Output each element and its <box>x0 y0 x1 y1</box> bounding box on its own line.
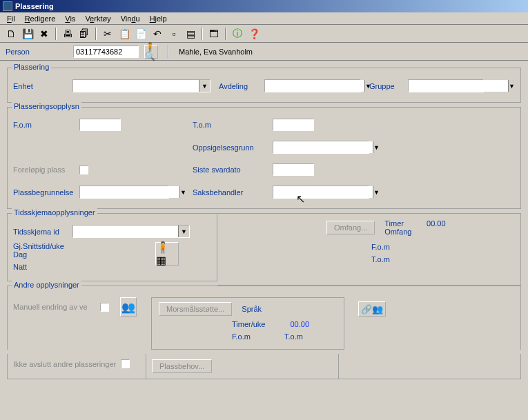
opplysn-group: Plasseringsopplysn F.o.m T.o.m Oppsigels… <box>7 107 521 209</box>
oppsigelsesgrunn-label: Oppsigelsesgrunn <box>193 143 268 152</box>
chevron-down-icon[interactable]: ▼ <box>373 186 380 198</box>
menu-vindu[interactable]: Vindu <box>117 14 144 23</box>
undo-icon[interactable]: ↶ <box>150 27 164 41</box>
separator <box>168 45 169 59</box>
andre-legend: Andre opplysninger <box>12 281 81 289</box>
avdeling-label: Avdeling <box>219 82 260 90</box>
copy-icon[interactable]: 📋 <box>117 27 131 41</box>
morsmalsstotte-button[interactable]: Morsmålsstøtte... <box>159 302 232 316</box>
siste-svardato-label: Siste svardato <box>193 166 268 174</box>
timer-uke-value: 00.00 <box>291 320 310 328</box>
menu-vis[interactable]: Vis <box>61 14 79 23</box>
separator <box>202 28 203 40</box>
ikke-avslutt-checkbox[interactable] <box>121 359 130 368</box>
tidsskjema-id-label: Tidsskjema id <box>13 228 68 236</box>
chevron-down-icon[interactable]: ▼ <box>199 80 210 92</box>
window-title: Plassering <box>15 2 54 10</box>
tom-label: T.o.m <box>193 121 268 129</box>
gjsnitt-label: Gj.Snittstid/uke <box>13 242 151 250</box>
morsmal-panel: Morsmålsstøtte... Språk Timer/uke 00.00 … <box>151 297 344 350</box>
person-bar: Person 🧍🔍 Mahle, Eva Svanholm <box>0 43 528 61</box>
plassering-legend: Plassering <box>12 63 51 71</box>
save-icon[interactable]: 💾 <box>21 27 35 41</box>
plassbehov-panel: Plassbehov... <box>146 354 339 379</box>
forelopig-checkbox[interactable] <box>79 166 88 174</box>
plassbegrunnelse-label: Plassbegrunnelse <box>13 188 75 197</box>
toolbar: 🗋 💾 ✖ 🖶 🗐 ✂ 📋 📄 ↶ ▫ ▤ 🗔 ⓘ ❓ <box>0 25 528 43</box>
andre-fom-label: F.o.m <box>232 332 280 341</box>
ts-fom-label: F.o.m <box>371 243 515 251</box>
timer-value: 00.00 <box>427 219 446 228</box>
menu-hjelp[interactable]: Hjelp <box>146 14 171 23</box>
sprak-label: Språk <box>242 305 262 313</box>
opplysn-legend: Plasseringsopplysn <box>12 102 81 110</box>
people-icon[interactable]: 👥 <box>120 297 137 317</box>
separator <box>55 28 57 40</box>
new-icon[interactable]: 🗋 <box>4 27 18 41</box>
avdeling-combo[interactable]: ▼ <box>264 79 361 92</box>
chevron-down-icon[interactable]: ▼ <box>179 186 186 198</box>
chevron-down-icon[interactable]: ▼ <box>373 141 380 153</box>
ikke-avslutt-label: Ikke avslutt andre plasseringer <box>13 360 117 368</box>
person-label: Person <box>6 48 68 56</box>
omfang-button[interactable]: Omfang... <box>326 221 375 234</box>
tidsskjema-right-panel: Omfang... Timer 00.00 Omfang F.o.m T.o.m <box>217 213 521 286</box>
tool2-icon[interactable]: ▤ <box>184 27 197 41</box>
paste-icon[interactable]: 📄 <box>134 27 148 41</box>
saksbehandler-combo[interactable]: ▼ <box>273 186 369 199</box>
link-people-icon[interactable]: 🔗👥 <box>358 301 386 317</box>
andre-tom-label: T.o.m <box>284 332 303 341</box>
forelopig-label: Foreløpig plass <box>13 166 75 174</box>
chevron-down-icon[interactable]: ▼ <box>508 80 515 92</box>
help-icon[interactable]: ❓ <box>247 27 261 41</box>
menu-bar: Fil Redigere Vis Verktøy Vindu Hjelp <box>0 12 528 25</box>
cut-icon[interactable]: ✂ <box>101 27 115 41</box>
plassering-group: Plassering Enhet ▼ Avdeling ▼ Gruppe ▼ <box>7 68 521 103</box>
siste-svardato-input[interactable] <box>273 163 314 176</box>
oppsigelsesgrunn-combo[interactable]: ▼ <box>273 141 369 154</box>
tidsskjema-id-combo[interactable]: ▼ <box>72 225 190 238</box>
gruppe-combo[interactable]: ▼ <box>408 79 484 92</box>
plassbehov-button[interactable]: Plassbehov... <box>152 359 212 373</box>
app-icon <box>3 1 12 11</box>
chevron-down-icon[interactable]: ▼ <box>178 226 189 237</box>
tidsskjema-legend: Tidsskjemaopplysninger <box>12 208 97 217</box>
schedule-icon[interactable]: 🧍▦ <box>155 242 179 266</box>
fom-input[interactable] <box>79 119 121 131</box>
natt-label: Natt <box>13 263 151 271</box>
timer-uke-label: Timer/uke <box>232 320 266 328</box>
separator <box>95 28 97 40</box>
menu-fil[interactable]: Fil <box>3 14 19 23</box>
person-lookup-icon[interactable]: 🧍🔍 <box>144 45 158 59</box>
person-id-input[interactable] <box>73 46 139 58</box>
window-icon[interactable]: 🗔 <box>207 27 221 41</box>
tom-input[interactable] <box>273 119 314 131</box>
manuell-label: Manuell endring av ve <box>13 303 96 311</box>
separator <box>225 28 226 40</box>
andre-group: Andre opplysninger Manuell endring av ve… <box>7 286 521 350</box>
saksbehandler-label: Saksbehandler <box>193 188 268 197</box>
fom-label: F.o.m <box>13 121 75 129</box>
enhet-label: Enhet <box>13 82 68 90</box>
menu-redigere[interactable]: Redigere <box>21 14 60 23</box>
tool1-icon[interactable]: ▫ <box>167 27 181 41</box>
title-bar: Plassering <box>0 0 528 12</box>
preview-icon[interactable]: 🗐 <box>77 27 91 41</box>
menu-verktoy[interactable]: Verktøy <box>81 14 115 23</box>
person-name: Mahle, Eva Svanholm <box>179 48 253 56</box>
info-icon[interactable]: ⓘ <box>231 27 244 41</box>
delete-icon[interactable]: ✖ <box>37 27 51 41</box>
gruppe-label: Gruppe <box>369 82 404 90</box>
timer-label: Timer <box>384 219 404 228</box>
print-icon[interactable]: 🖶 <box>61 27 75 41</box>
plassbegrunnelse-combo[interactable]: ▼ <box>79 186 169 199</box>
ts-tom-label: T.o.m <box>371 255 515 263</box>
enhet-combo[interactable]: ▼ <box>72 79 211 92</box>
tidsskjema-group: Tidsskjemaopplysninger Tidsskjema id ▼ G… <box>7 213 217 281</box>
manuell-checkbox[interactable] <box>100 303 109 312</box>
dag-label: Dag <box>13 250 151 259</box>
omfang-label: Omfang <box>384 228 445 236</box>
